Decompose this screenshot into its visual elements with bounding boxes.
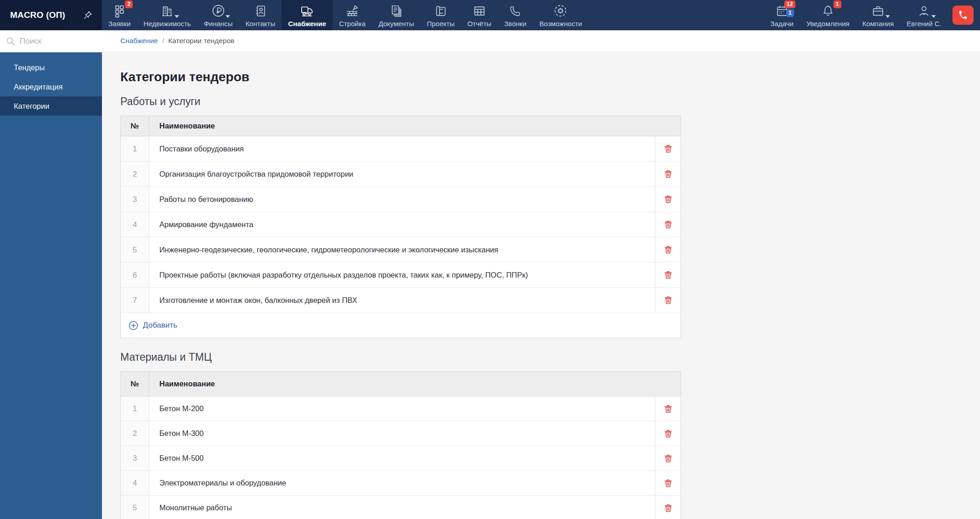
construction-icon (345, 4, 360, 18)
breadcrumb-link-supply[interactable]: Снабжение (120, 37, 158, 45)
app-logo[interactable]: MACRO (ОП) (0, 0, 102, 30)
calendar-icon: 12 1 (775, 4, 789, 18)
delete-button[interactable] (661, 501, 675, 515)
top-navigation-bar: MACRO (ОП) 2 Заявки (0, 0, 980, 30)
table-row: 3 Работы по бетонированию (121, 187, 681, 212)
delete-button[interactable] (661, 427, 675, 441)
nav-item-user[interactable]: Евгений С. (900, 0, 948, 30)
reports-icon (472, 4, 487, 18)
breadcrumb: Снабжение / Категории тендеров (102, 30, 980, 51)
trash-icon (663, 453, 673, 463)
sidebar-item-categories[interactable]: Категории (0, 96, 102, 116)
delete-button[interactable] (661, 243, 675, 257)
trash-icon (663, 478, 673, 488)
sidebar: Тендеры Аккредитация Категории (0, 30, 102, 519)
nav-item-supply[interactable]: Снабжение (282, 0, 332, 30)
table-row: 7 Изготовление и монтаж окон, балконных … (121, 288, 681, 313)
page-title: Категории тендеров (120, 70, 962, 84)
chevron-down-icon (885, 15, 890, 18)
nav-item-tasks[interactable]: 12 1 Задачи (764, 0, 800, 30)
nav-item-calls[interactable]: Звонки (498, 0, 533, 30)
delete-button[interactable] (661, 402, 675, 416)
add-label: Добавить (143, 321, 177, 330)
table-row: 1 Поставки оборудования (121, 136, 681, 162)
documents-icon (389, 4, 404, 18)
search-icon (6, 36, 16, 46)
pin-icon[interactable] (83, 10, 93, 20)
table-row: 3 Бетон М-500 (121, 446, 681, 471)
chevron-down-icon (225, 15, 230, 18)
chevron-down-icon (931, 15, 936, 18)
table-row: 2 Организация благоустройства придомовой… (121, 162, 681, 187)
trash-icon (663, 194, 673, 204)
delete-button[interactable] (661, 268, 675, 282)
briefcase-icon (871, 4, 885, 18)
table-row: 6 Проектные работы (включая разработку о… (121, 262, 681, 288)
nav-item-projects[interactable]: Проекты (420, 0, 461, 30)
breadcrumb-current: Категории тендеров (168, 37, 234, 45)
delete-button[interactable] (661, 192, 675, 206)
trash-icon (663, 295, 673, 305)
add-category-button[interactable]: Добавить (121, 313, 681, 338)
materials-table: № Наименование 1 Бетон М-200 2 Бетон М-3… (120, 371, 681, 519)
breadcrumb-separator: / (162, 37, 164, 45)
table-row: 4 Армирование фундамента (121, 212, 681, 237)
main-content: Категории тендеров Работы и услуги № Наи… (102, 51, 980, 519)
nav-item-requests[interactable]: 2 Заявки (102, 0, 137, 30)
table-row: 1 Бетон М-200 (121, 396, 681, 421)
table-header-row: № Наименование (121, 116, 681, 136)
applications-icon: 2 (112, 4, 127, 18)
trash-icon (663, 270, 673, 280)
nav-item-realty[interactable]: Недвижимость (137, 0, 197, 30)
chevron-down-icon (175, 15, 179, 18)
requests-badge: 2 (125, 0, 133, 9)
nav-item-company[interactable]: Компания (856, 0, 901, 30)
trash-icon (663, 503, 673, 513)
tasks-badge-blue: 1 (786, 9, 794, 17)
notifications-badge: 1 (834, 0, 841, 9)
column-header-name: Наименование (149, 372, 681, 396)
sidebar-search (0, 30, 102, 52)
phone-icon (958, 10, 968, 20)
nav-item-documents[interactable]: Документы (372, 0, 420, 30)
trash-icon (663, 144, 673, 154)
column-header-name: Наименование (149, 116, 681, 136)
trash-icon (663, 404, 673, 414)
delete-button[interactable] (661, 142, 675, 156)
table-header-row: № Наименование (121, 372, 681, 396)
trash-icon (663, 245, 673, 255)
building-icon (160, 4, 175, 18)
nav-item-reports[interactable]: Отчёты (461, 0, 498, 30)
table-row: 5 Монолитные работы (121, 496, 681, 519)
delete-button[interactable] (661, 218, 675, 231)
bell-icon: 1 (821, 4, 835, 18)
trash-icon (663, 429, 673, 439)
tasks-badge-red: 12 (784, 0, 795, 9)
delete-button[interactable] (661, 452, 675, 465)
nav-item-construction[interactable]: Стройка (332, 0, 372, 30)
logo-text: MACRO (ОП) (10, 10, 65, 20)
nav-item-contacts[interactable]: Контакты (239, 0, 282, 30)
ruble-icon (211, 4, 225, 18)
sidebar-item-accreditation[interactable]: Аккредитация (0, 77, 102, 96)
nav-item-finance[interactable]: Финансы (197, 0, 239, 30)
section-title-works: Работы и услуги (120, 95, 962, 108)
user-icon (917, 4, 931, 18)
search-input[interactable] (20, 37, 96, 46)
sidebar-item-tenders[interactable]: Тендеры (0, 58, 102, 77)
nav-item-notifications[interactable]: 1 Уведомления (800, 0, 856, 30)
delete-button[interactable] (661, 293, 675, 307)
column-header-number: № (121, 372, 149, 396)
works-table: № Наименование 1 Поставки оборудования 2… (120, 116, 681, 338)
projects-icon (434, 4, 448, 18)
trash-icon (663, 219, 673, 229)
sidebar-menu: Тендеры Аккредитация Категории (0, 52, 102, 116)
truck-icon (300, 4, 315, 18)
delete-button[interactable] (661, 167, 675, 181)
nav-item-features[interactable]: Возможности (533, 0, 588, 30)
delete-button[interactable] (661, 476, 675, 490)
table-row: 2 Бетон М-300 (121, 421, 681, 446)
contacts-icon (253, 4, 268, 18)
phone-call-button[interactable] (952, 6, 974, 25)
column-header-number: № (121, 116, 149, 136)
